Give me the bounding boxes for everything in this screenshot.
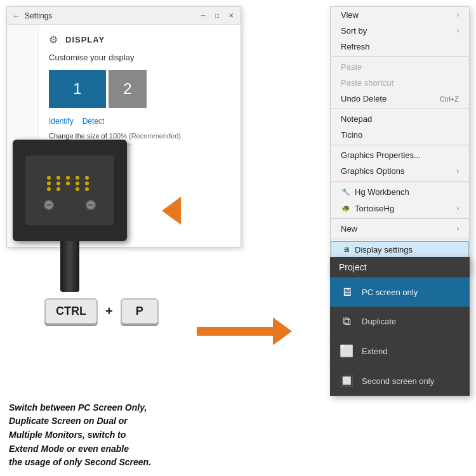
context-menu-item[interactable]: Graphics Properties...: [331, 147, 469, 163]
monitor-1[interactable]: 1: [49, 70, 106, 108]
context-menu-item-icon: 🖥: [341, 244, 351, 255]
project-item[interactable]: 🔲Second screen only: [330, 366, 470, 396]
context-menu-item-arrow: ›: [457, 27, 459, 34]
context-menu-item-label: Ticino: [341, 130, 362, 140]
identify-link[interactable]: Identify: [49, 117, 74, 126]
context-menu-item-label: Notepad: [341, 114, 372, 124]
context-menu-item-label: Display settings: [355, 245, 413, 255]
context-menu-item-icon: 🔧: [341, 187, 351, 197]
window-title: Settings: [25, 11, 52, 20]
monitor-2[interactable]: 2: [109, 70, 147, 108]
vga-connector: [13, 140, 127, 241]
context-menu-item-label: TortoiseHg: [355, 204, 394, 213]
minimize-button[interactable]: ─: [199, 11, 208, 20]
context-menu-item[interactable]: New›: [331, 221, 469, 237]
detect-link[interactable]: Detect: [83, 117, 105, 126]
plus-sign: +: [105, 304, 113, 319]
context-menu-separator: [331, 181, 469, 182]
context-menu-item[interactable]: Sort by›: [331, 23, 469, 39]
context-menu-item-shortcut: Ctrl+Z: [440, 95, 459, 103]
context-menu-item[interactable]: Notepad: [331, 111, 469, 127]
project-item-icon: 🔲: [339, 374, 354, 388]
keyboard-shortcut-area: CTRL + P: [44, 298, 159, 324]
context-menu-item[interactable]: Refresh: [331, 39, 469, 55]
project-item-label: PC screen only: [362, 288, 418, 297]
context-menu-item: Paste: [331, 59, 469, 75]
description-text: Switch between PC Screen Only,Duplicate …: [9, 401, 225, 470]
context-menu-item: Paste shortcut: [331, 75, 469, 91]
titlebar: ← Settings ─ □ ✕: [7, 7, 241, 25]
identify-detect-row: Identify Detect: [49, 117, 230, 126]
maximize-button[interactable]: □: [213, 11, 221, 20]
context-menu-item-label: Sort by: [341, 26, 367, 36]
close-button[interactable]: ✕: [227, 11, 235, 20]
context-menu-separator: [331, 109, 469, 109]
project-item[interactable]: ⬜Extend: [330, 336, 470, 366]
project-panel: Project 🖥PC screen only⧉Duplicate⬜Extend…: [330, 257, 470, 396]
context-menu-item-label: Hg Workbench: [355, 187, 409, 197]
project-item-icon: 🖥: [339, 286, 354, 299]
context-menu-item[interactable]: View›: [331, 7, 469, 23]
context-menu-item-label: View: [341, 10, 359, 20]
context-menu-item-arrow: ›: [457, 168, 459, 175]
context-menu-item-arrow: ›: [457, 225, 459, 232]
settings-display-title: DISPLAY: [65, 35, 105, 44]
arrow-right-head: [273, 317, 292, 345]
context-menu: View›Sort by›RefreshPastePaste shortcutU…: [330, 6, 470, 275]
context-menu-item-label: Paste shortcut: [341, 78, 393, 88]
gear-icon: ⚙: [49, 34, 60, 45]
project-item[interactable]: ⧉Duplicate: [330, 307, 470, 336]
context-menu-item-label: Graphics Options: [341, 166, 404, 176]
project-item-icon: ⬜: [339, 344, 354, 358]
project-item-icon: ⧉: [339, 315, 354, 328]
context-menu-item-arrow: ›: [457, 205, 459, 212]
p-key: P: [121, 298, 159, 324]
project-title: Project: [330, 257, 470, 278]
ctrl-key: CTRL: [44, 298, 98, 324]
project-item-label: Duplicate: [362, 317, 396, 326]
project-item[interactable]: 🖥PC screen only: [330, 278, 470, 307]
context-menu-item-icon: 🐢: [341, 203, 351, 213]
context-menu-item-label: New: [341, 224, 357, 234]
context-menu-item[interactable]: 🐢TortoiseHg›: [331, 200, 469, 216]
context-menu-item-label: Paste: [341, 62, 362, 72]
project-item-label: Extend: [362, 347, 387, 356]
context-menu-separator: [331, 145, 469, 145]
context-menu-item[interactable]: Ticino: [331, 127, 469, 143]
context-menu-item[interactable]: 🔧Hg Workbench: [331, 183, 469, 200]
context-menu-item-label: Undo Delete: [341, 94, 387, 103]
context-menu-item[interactable]: Undo DeleteCtrl+Z: [331, 91, 469, 107]
project-item-label: Second screen only: [362, 376, 434, 386]
customise-label: Customise your display: [49, 53, 230, 62]
size-label: Change the size of 100% (Recommended): [49, 132, 230, 140]
context-menu-item[interactable]: 🖥Display settings: [331, 241, 469, 258]
context-menu-item-arrow: ›: [457, 11, 459, 18]
context-menu-separator: [331, 239, 469, 239]
context-menu-item-label: Refresh: [341, 42, 370, 51]
context-menu-item[interactable]: Graphics Options›: [331, 163, 469, 179]
arrow-right: [197, 317, 292, 345]
arrow-right-shaft: [197, 327, 273, 336]
back-button[interactable]: ←: [12, 11, 21, 21]
arrow-left-head: [162, 197, 181, 225]
monitor-area: 1 2: [49, 70, 230, 108]
context-menu-separator: [331, 218, 469, 219]
vga-cable-image: [13, 140, 152, 279]
context-menu-separator: [331, 56, 469, 57]
context-menu-item-label: Graphics Properties...: [341, 150, 421, 160]
